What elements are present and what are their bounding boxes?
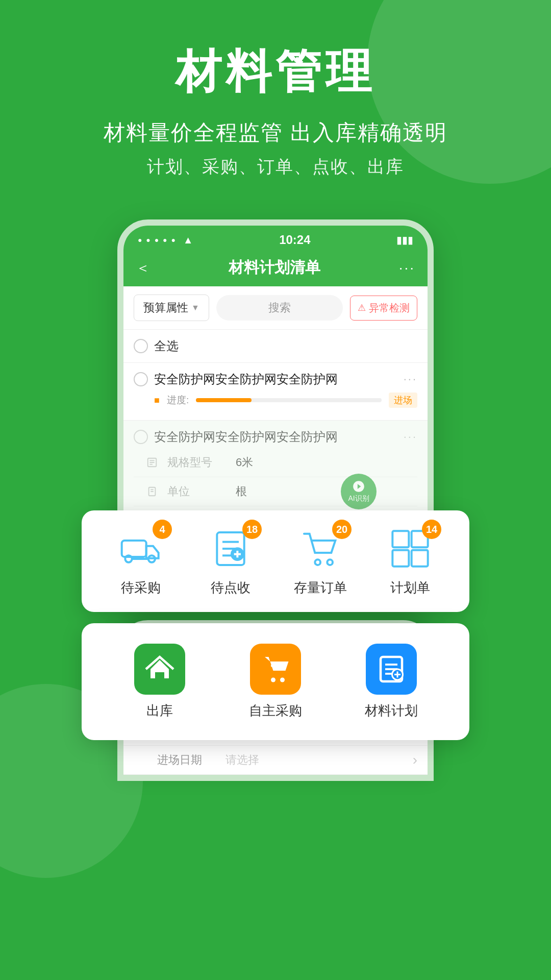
sub-title-2: 计划、采购、订单、点收、出库 — [147, 155, 404, 179]
purchase-icon-wrapper: 4 — [118, 526, 164, 572]
nav-bar: ＜ 材料计划清单 ··· — [123, 252, 428, 286]
svg-rect-30 — [271, 665, 283, 667]
unit-icon — [144, 483, 160, 500]
unit-value: 根 — [236, 484, 407, 499]
item2-radio[interactable] — [134, 430, 148, 444]
outbound-icon — [134, 644, 185, 695]
select-all-row[interactable]: 全选 — [123, 330, 428, 363]
inventory-badge: 20 — [332, 520, 352, 539]
receive-label: 待点收 — [211, 579, 251, 597]
detail-row-spec: 规格型号 6米 — [134, 448, 417, 477]
inventory-icon-wrapper: 20 — [297, 526, 343, 572]
item-radio[interactable] — [134, 372, 148, 386]
svg-point-22 — [315, 559, 320, 565]
shopping-label: 自主采购 — [249, 702, 302, 720]
phone2-date-icon — [134, 752, 150, 768]
purchase-label: 待采购 — [121, 579, 161, 597]
item2-title: 安全防护网安全防护网安全防护网 — [154, 429, 397, 445]
warning-icon: ⚠ — [358, 302, 366, 313]
detail-row-unit: 单位 根 AI识别 — [134, 477, 417, 506]
budget-filter[interactable]: 预算属性 ▼ — [134, 295, 209, 321]
shopping-icon — [250, 644, 301, 695]
plan-badge: 14 — [422, 520, 441, 539]
signal-dots: ● ● ● ● ● ▲ — [138, 234, 193, 246]
item-title: 安全防护网安全防护网安全防护网 — [154, 371, 397, 387]
search-bar[interactable]: 搜索 — [216, 295, 343, 321]
nav-title: 材料计划清单 — [229, 257, 320, 278]
material-plan-label: 材料计划 — [365, 702, 418, 720]
receive-icon-wrapper: 18 — [208, 526, 254, 572]
ai-recognize-button[interactable]: AI识别 — [341, 474, 377, 509]
svg-rect-31 — [272, 662, 282, 664]
svg-rect-27 — [412, 550, 428, 567]
main-title: 材料管理 — [176, 41, 375, 103]
phone2-date-label: 进场日期 — [157, 752, 218, 768]
purchase-badge: 4 — [153, 520, 172, 539]
list-item: 安全防护网安全防护网安全防护网 ··· ■ 进度: 进场 — [123, 363, 428, 421]
material-plan-icon — [366, 644, 417, 695]
phone2-date-input: 请选择 — [226, 752, 406, 768]
svg-rect-26 — [392, 550, 409, 567]
receive-badge: 18 — [242, 520, 262, 539]
action-item-purchase[interactable]: 4 待采购 — [100, 526, 182, 597]
filter-bar: 预算属性 ▼ 搜索 ⚠ 异常检测 — [123, 286, 428, 330]
status-bar: ● ● ● ● ● ▲ 10:24 ▮▮▮ — [123, 226, 428, 252]
select-all-radio[interactable] — [134, 339, 148, 353]
plan-label: 计划单 — [390, 579, 430, 597]
spec-label: 规格型号 — [167, 455, 229, 470]
svg-point-29 — [280, 678, 285, 682]
inventory-label: 存量订单 — [294, 579, 347, 597]
item2-more[interactable]: ··· — [404, 430, 417, 444]
sub-title: 材料量价全程监管 出入库精确透明 — [104, 118, 447, 147]
battery-icon: ▮▮▮ — [396, 234, 413, 246]
plan-icon-wrapper: 14 — [387, 526, 433, 572]
action-card-top: 4 待采购 18 待点收 — [82, 510, 469, 612]
svg-rect-24 — [392, 531, 409, 547]
action-item-receive[interactable]: 18 待点收 — [190, 526, 271, 597]
phone2-chevron: › — [413, 752, 417, 768]
chevron-down-icon: ▼ — [191, 303, 199, 312]
spec-icon — [144, 454, 160, 471]
app-item-material-plan[interactable]: 材料计划 — [350, 644, 432, 720]
outbound-label: 出库 — [146, 702, 173, 720]
more-button[interactable]: ··· — [399, 260, 415, 276]
spec-value: 6米 — [236, 455, 407, 470]
back-button[interactable]: ＜ — [136, 258, 150, 278]
svg-point-23 — [327, 559, 333, 565]
action-item-plan[interactable]: 14 计划单 — [369, 526, 451, 597]
item-more[interactable]: ··· — [404, 373, 417, 386]
anomaly-button[interactable]: ⚠ 异常检测 — [350, 296, 417, 321]
svg-point-28 — [271, 678, 276, 682]
status-time: 10:24 — [279, 233, 310, 247]
phone2-date: 进场日期 请选择 › — [123, 746, 428, 775]
action-item-inventory[interactable]: 20 存量订单 — [280, 526, 361, 597]
phones-area: ● ● ● ● ● ▲ 10:24 ▮▮▮ ＜ 材料计划清单 ··· 预算属性 — [66, 219, 485, 781]
svg-rect-11 — [122, 541, 146, 557]
unit-label: 单位 — [167, 484, 229, 499]
app-item-shopping[interactable]: 自主采购 — [235, 644, 316, 720]
action-card-bottom: 出库 自主采购 — [82, 623, 469, 740]
app-item-outbound[interactable]: 出库 — [119, 644, 201, 720]
